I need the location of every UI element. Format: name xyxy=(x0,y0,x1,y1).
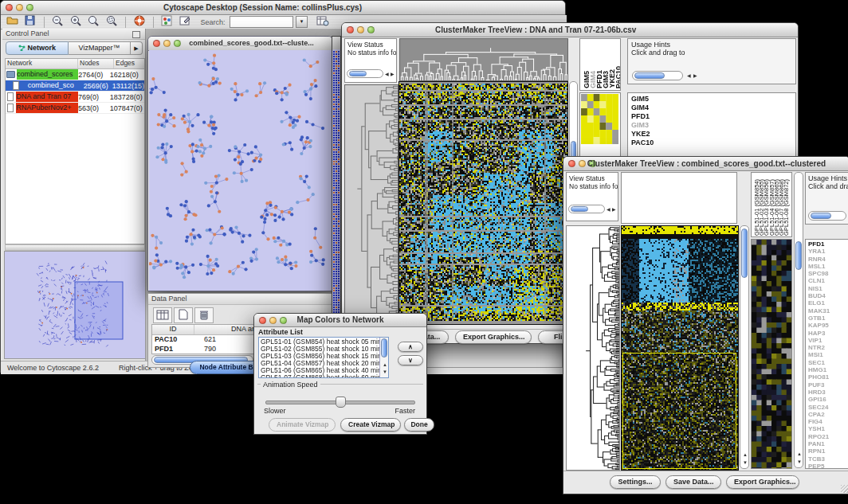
faster-label: Faster xyxy=(395,407,415,415)
attribute-browser-icon[interactable] xyxy=(315,15,331,29)
vizmapper-icon[interactable] xyxy=(159,15,175,29)
attribute-list-vscrollbar[interactable]: ▲▼ xyxy=(379,338,388,377)
zoom-out-icon[interactable] xyxy=(49,15,65,29)
new-attribute-icon[interactable] xyxy=(174,307,193,323)
network-view-title: combined_scores_good.txt--cluste... xyxy=(148,39,332,47)
treeview2-title: ClusterMaker TreeView : combined_scores_… xyxy=(563,159,848,168)
main-title-bar[interactable]: Cytoscape Desktop (Session Name: collins… xyxy=(1,1,565,15)
tab-overflow-arrow[interactable]: ▶ xyxy=(131,41,143,55)
control-panel-title: Control Panel xyxy=(6,29,49,37)
dialog-title: Map Colors to Network xyxy=(254,315,426,324)
treeview2-title-bar[interactable]: ClusterMaker TreeView : combined_scores_… xyxy=(563,157,848,171)
attribute-list-item[interactable]: GPL51-07 (GSM868) heat shock 60 min xyxy=(261,374,378,378)
data-col-id[interactable]: ID xyxy=(152,325,194,334)
tv1-gene-labels[interactable]: GIM5GIM4PFD1GIM3YKE2PAC10 xyxy=(631,95,654,147)
network-graph-canvas[interactable] xyxy=(149,50,332,291)
doc-icon xyxy=(13,81,19,90)
resize-grip[interactable] xyxy=(841,485,848,493)
birdseye-panel xyxy=(4,251,146,359)
network-view-title-bar[interactable]: combined_scores_good.txt--cluste... xyxy=(148,37,332,51)
tv2-save-data-button[interactable]: Save Data... xyxy=(665,475,721,489)
treeview1-title: ClusterMaker TreeView : DNA and Tran 07-… xyxy=(435,25,636,34)
move-up-button[interactable]: ∧ xyxy=(398,342,423,352)
doc-icon xyxy=(7,104,14,112)
tv1-zoom-heatmap-canvas[interactable] xyxy=(581,94,618,144)
control-panel: Control Panel Network VizMapper™ ▶ Netwo… xyxy=(2,29,146,361)
table-mode-icon[interactable] xyxy=(153,307,172,323)
slower-label: Slower xyxy=(264,407,286,415)
annotation-icon[interactable] xyxy=(178,15,194,29)
tv2-gene-labels[interactable]: PFD1YRA1RNR4MSL1SPC98CLN1NIS1BUD4ELG1MAK… xyxy=(808,240,830,469)
tv1-hints-hscrollbar[interactable] xyxy=(632,71,683,80)
slider-thumb[interactable] xyxy=(336,397,346,408)
tv2-gene-vscrollbar[interactable]: ▲▼ xyxy=(794,172,803,468)
network-list-row[interactable]: combined_sco2569(6)13112(15) xyxy=(6,80,144,92)
tv1-global-heatmap-canvas[interactable] xyxy=(398,81,568,325)
data-panel-title: Data Panel xyxy=(151,295,187,303)
map-colors-dialog: Map Colors to Network Attribute List GPL… xyxy=(253,313,427,435)
tv2-status-hscrollbar[interactable] xyxy=(568,205,605,213)
tv1-view-status-panel: View Status No status info for ◀▶ xyxy=(344,38,397,83)
tv1-row-dendrogram-canvas[interactable] xyxy=(344,84,398,328)
network-list-row[interactable]: RNAPuberNov2+563(0)107847(0) xyxy=(6,103,144,114)
treeview2-window: ClusterMaker TreeView : combined_scores_… xyxy=(563,156,848,494)
zoom-window-icon[interactable] xyxy=(26,4,33,11)
close-icon[interactable] xyxy=(347,26,354,33)
open-file-icon[interactable] xyxy=(4,15,20,29)
zoom-window-icon[interactable] xyxy=(367,26,375,33)
tv1-export-graphics-button[interactable]: Export Graphics... xyxy=(455,330,532,344)
attribute-listbox[interactable]: GPL51-01 (GSM854) heat shock 05 minGPL51… xyxy=(258,337,389,378)
move-down-button[interactable]: ∨ xyxy=(398,355,423,365)
tv2-button-bar: Settings... Save Data... Export Graphics… xyxy=(563,471,848,494)
tv2-row-dendrogram-canvas[interactable] xyxy=(566,225,620,471)
animation-speed-label: Animation Speed xyxy=(261,381,320,389)
minimize-icon[interactable] xyxy=(16,4,23,11)
desktop: Cytoscape Desktop (Session Name: collins… xyxy=(0,0,848,504)
network-view-window: combined_scores_good.txt--cluste... xyxy=(147,36,333,291)
tv2-global-vscrollbar[interactable]: ▲▼ xyxy=(740,225,749,469)
tv2-export-graphics-button[interactable]: Export Graphics... xyxy=(726,475,799,489)
search-dropdown-icon[interactable]: ▼ xyxy=(296,16,308,28)
zoom-in-icon[interactable] xyxy=(68,15,84,29)
zoom-selected-icon[interactable] xyxy=(104,15,120,29)
help-icon[interactable] xyxy=(132,15,147,29)
tv2-usage-hints-panel: Usage Hints Click and drag to xyxy=(805,172,848,225)
tv1-status-hscrollbar[interactable] xyxy=(347,69,383,78)
attribute-list-label: Attribute List xyxy=(258,328,303,336)
network-list-row[interactable]: combined_scores2764(0)16218(0) xyxy=(6,69,144,80)
tab-vizmapper[interactable]: VizMapper™ xyxy=(69,41,131,55)
tv1-column-dendrogram-canvas[interactable] xyxy=(399,38,568,81)
birdseye-canvas[interactable] xyxy=(5,252,143,357)
tv1-column-labels[interactable]: GIM5GIM4PFD1GIM3YKE2PAC10 xyxy=(583,39,621,88)
network2-graph-canvas[interactable] xyxy=(332,49,340,342)
float-panel-icon[interactable] xyxy=(132,31,140,38)
network-table-header[interactable]: Network Nodes Edges xyxy=(6,59,144,69)
tv2-global-heatmap-canvas[interactable] xyxy=(621,225,739,471)
network-list: combined_scores2764(0)16218(0)combined_s… xyxy=(6,69,144,114)
minimize-icon[interactable] xyxy=(357,26,364,33)
done-button[interactable]: Done xyxy=(404,418,434,432)
zoom-fit-icon[interactable] xyxy=(86,15,102,29)
folder-icon xyxy=(6,71,15,78)
treeview1-title-bar[interactable]: ClusterMaker TreeView : DNA and Tran 07-… xyxy=(342,23,798,37)
animation-speed-slider[interactable] xyxy=(265,397,414,406)
tv2-zoom-heatmap-canvas[interactable] xyxy=(751,239,792,469)
dialog-title-bar[interactable]: Map Colors to Network xyxy=(254,314,426,327)
animate-vizmap-button[interactable]: Animate Vizmap xyxy=(269,418,336,432)
doc-icon xyxy=(7,92,14,101)
tv2-hints-hscrollbar[interactable] xyxy=(808,211,846,221)
tab-network[interactable]: Network xyxy=(6,41,69,55)
close-icon[interactable] xyxy=(6,4,13,11)
tv2-column-labels[interactable]: GPL51-01 (GSM854)GPL51-02 (GSM855)GPL51-… xyxy=(753,172,787,236)
tv2-settings-button[interactable]: Settings... xyxy=(610,475,661,489)
save-icon[interactable] xyxy=(22,15,38,29)
search-input[interactable] xyxy=(230,16,293,28)
tv2-view-status-panel: View Status No status info for ◀▶ xyxy=(566,172,618,221)
panel-splitter[interactable] xyxy=(5,244,145,251)
network-view2-window xyxy=(332,36,341,342)
tv2-column-dendrogram-area[interactable] xyxy=(621,172,737,224)
create-vizmap-button[interactable]: Create Vizmap xyxy=(340,418,401,432)
network-list-row[interactable]: DNA and Tran 07769(0)183728(0) xyxy=(6,92,144,103)
search-label: Search: xyxy=(200,18,225,26)
trash-icon[interactable] xyxy=(194,307,214,323)
